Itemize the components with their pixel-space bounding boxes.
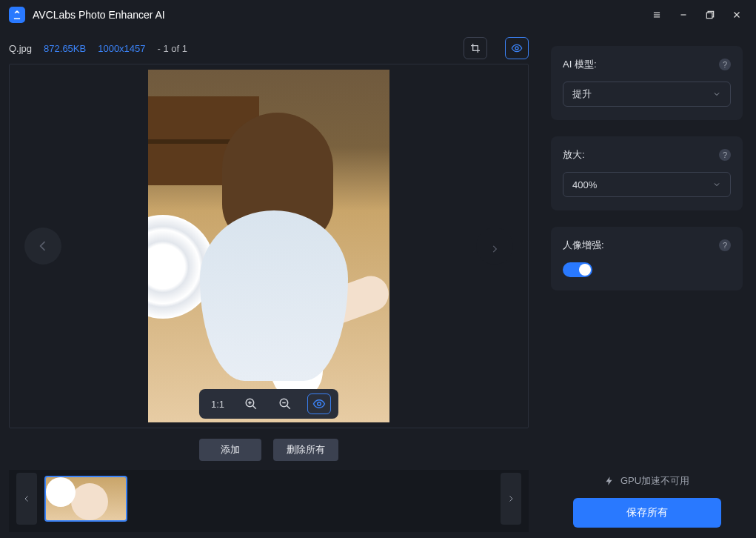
add-button[interactable]: 添加 (199, 439, 261, 461)
zoom-in-button[interactable] (239, 393, 263, 414)
filmstrip-prev-button[interactable] (16, 473, 37, 525)
upscale-panel: 放大: ? 400% (551, 136, 743, 210)
app-logo (9, 7, 25, 23)
image-content (148, 70, 389, 422)
viewer-toolbar: 1:1 (199, 389, 338, 419)
maximize-button[interactable] (697, 1, 723, 28)
main-pane: Q.jpg 872.65KB 1000x1457 - 1 of 1 (0, 30, 538, 538)
actual-size-button[interactable]: 1:1 (207, 393, 229, 414)
crop-button[interactable] (464, 37, 487, 59)
file-size: 872.65KB (44, 43, 86, 54)
titlebar: AVCLabs Photo Enhancer AI (0, 0, 756, 30)
settings-pane: AI 模型: ? 提升 放大: ? 400% (538, 30, 756, 538)
file-resolution: 1000x1457 (98, 43, 145, 54)
ai-model-label: AI 模型: (563, 58, 719, 71)
face-enhance-panel: 人像增强: ? (551, 227, 743, 290)
upscale-value: 400% (572, 179, 597, 190)
svg-line-10 (252, 405, 256, 409)
upscale-select[interactable]: 400% (563, 172, 731, 197)
ai-model-panel: AI 模型: ? 提升 (551, 46, 743, 120)
filmstrip-next-button[interactable] (501, 473, 521, 525)
preview-button[interactable] (505, 37, 529, 59)
bottom-area: 添加 删除所有 (9, 428, 529, 532)
ai-model-value: 提升 (572, 87, 592, 101)
gpu-status: GPU加速不可用 (551, 474, 743, 488)
chevron-down-icon (712, 90, 721, 99)
svg-point-16 (318, 402, 321, 406)
prev-image-button[interactable] (24, 228, 61, 265)
lightning-icon (604, 476, 615, 486)
preview-toggle-button[interactable] (307, 393, 331, 414)
zoom-out-button[interactable] (273, 393, 297, 414)
file-counter: - 1 of 1 (158, 43, 187, 54)
face-enhance-label: 人像增强: (563, 239, 719, 252)
file-info-bar: Q.jpg 872.65KB 1000x1457 - 1 of 1 (9, 37, 529, 59)
delete-all-button[interactable]: 删除所有 (273, 439, 338, 461)
ai-model-select[interactable]: 提升 (563, 82, 731, 107)
file-name: Q.jpg (9, 43, 32, 54)
help-icon[interactable]: ? (719, 239, 731, 251)
minimize-button[interactable] (670, 1, 697, 28)
gpu-status-text: GPU加速不可用 (620, 474, 689, 488)
next-image-button[interactable] (476, 228, 513, 265)
upscale-label: 放大: (563, 148, 719, 162)
close-button[interactable] (723, 1, 750, 28)
image-viewer: 1:1 (9, 64, 529, 428)
save-all-button[interactable]: 保存所有 (573, 498, 721, 528)
help-icon[interactable]: ? (719, 149, 731, 161)
svg-point-8 (515, 47, 518, 50)
svg-line-14 (287, 405, 290, 409)
menu-icon[interactable] (643, 1, 670, 28)
app-title: AVCLabs Photo Enhancer AI (33, 9, 165, 21)
svg-rect-5 (706, 13, 712, 19)
thumbnail-selected[interactable] (44, 476, 127, 522)
face-enhance-toggle[interactable] (563, 262, 592, 277)
chevron-down-icon (712, 180, 721, 189)
help-icon[interactable]: ? (719, 59, 731, 70)
